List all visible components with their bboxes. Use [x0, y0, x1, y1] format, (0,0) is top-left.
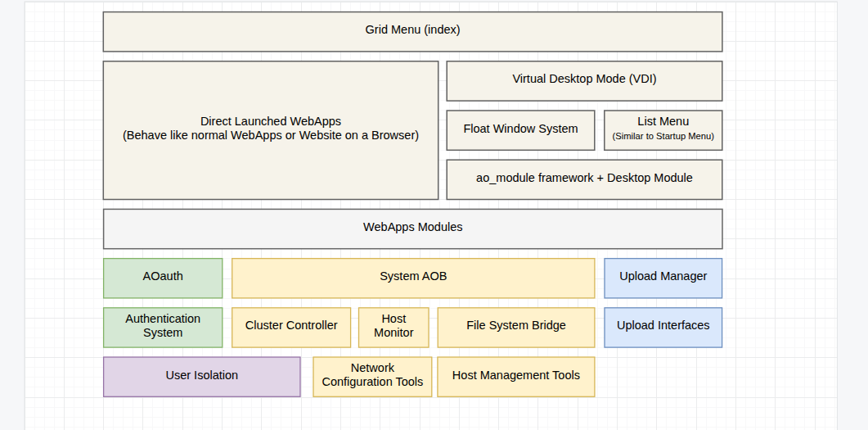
svg-text:Float Window System: Float Window System — [463, 122, 578, 135]
svg-text:Upload Interfaces: Upload Interfaces — [617, 319, 710, 332]
svg-text:Cluster Controller: Cluster Controller — [245, 319, 338, 332]
svg-text:Grid Menu (index): Grid Menu (index) — [366, 23, 461, 36]
svg-text:WebApps Modules: WebApps Modules — [363, 220, 462, 233]
svg-text:System: System — [143, 326, 182, 339]
svg-text:File System Bridge: File System Bridge — [466, 319, 566, 332]
svg-text:Authentication: Authentication — [125, 312, 200, 325]
svg-text:AOauth: AOauth — [143, 269, 183, 283]
svg-text:Host: Host — [381, 312, 406, 325]
svg-text:(Similar to Startup Menu): (Similar to Startup Menu) — [613, 131, 715, 141]
svg-text:Network: Network — [351, 361, 395, 374]
svg-text:Host Management Tools: Host Management Tools — [452, 369, 580, 382]
svg-text:List Menu: List Menu — [637, 115, 689, 128]
svg-text:System AOB: System AOB — [380, 269, 447, 283]
svg-text:Configuration Tools: Configuration Tools — [322, 375, 423, 388]
svg-text:Virtual Desktop Mode (VDI): Virtual Desktop Mode (VDI) — [512, 72, 656, 85]
svg-text:ao_module framework + Desktop: ao_module framework + Desktop Module — [476, 171, 693, 184]
svg-text:Upload Manager: Upload Manager — [619, 269, 707, 283]
svg-text:Direct Launched WebApps: Direct Launched WebApps — [200, 115, 341, 128]
svg-text:(Behave like normal WebApps or: (Behave like normal WebApps or Website o… — [123, 129, 419, 142]
svg-text:User Isolation: User Isolation — [165, 369, 238, 382]
svg-text:Monitor: Monitor — [374, 326, 414, 339]
